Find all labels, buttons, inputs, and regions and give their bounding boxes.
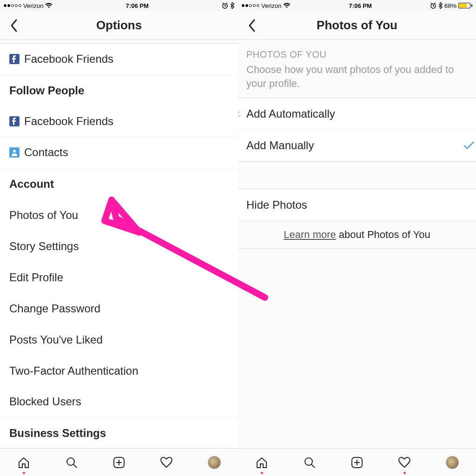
list-item-label: Facebook Friends	[24, 115, 113, 128]
search-icon	[303, 456, 316, 469]
contacts-icon	[9, 147, 24, 158]
list-item-posts-liked[interactable]: Posts You've Liked	[0, 324, 238, 355]
section-description-text: Choose how you want photos of you added …	[246, 63, 468, 90]
tab-bar	[0, 448, 476, 476]
status-time: 7:06 PM	[126, 2, 149, 9]
tab-add[interactable]	[333, 449, 381, 476]
option-label: Add Manually	[246, 139, 314, 152]
status-bar: Verizon 7:06 PM	[0, 0, 238, 11]
list-item-label: Story Settings	[9, 240, 79, 253]
plus-square-icon	[112, 456, 126, 469]
carrier-label: Verizon	[23, 2, 43, 9]
option-label: Hide Photos	[246, 198, 307, 212]
carrier-label: Verizon	[261, 2, 281, 9]
alarm-icon	[222, 2, 228, 9]
list-item-label: Edit Profile	[9, 271, 63, 284]
facebook-icon	[9, 116, 24, 126]
section-label: Account	[9, 178, 54, 191]
section-account: Account	[0, 168, 238, 199]
edge-artifact-text: ∠	[238, 110, 241, 118]
section-follow-people: Follow People	[0, 75, 238, 106]
search-icon	[65, 456, 78, 469]
options-screen: Verizon 7:06 PM Options	[0, 0, 238, 476]
list-item-label: Photos of You	[9, 209, 78, 222]
option-add-automatically[interactable]: ∠ Add Automatically	[238, 98, 476, 130]
status-bar: Verizon 7:06 PM 68%	[238, 0, 476, 11]
page-title: Photos of You	[238, 18, 476, 33]
list-item-label: Two-Factor Authentication	[9, 364, 138, 377]
home-icon	[17, 456, 30, 469]
list-item-change-password[interactable]: Change Password	[0, 293, 238, 324]
partial-row-top	[0, 40, 238, 44]
chevron-left-icon	[248, 19, 256, 33]
option-hide-photos[interactable]: Hide Photos	[238, 189, 476, 221]
notification-dot	[403, 472, 406, 474]
photos-content: PHOTOS OF YOU Choose how you want photos…	[238, 40, 476, 476]
checkmark-icon	[464, 130, 474, 161]
option-add-manually[interactable]: Add Manually	[238, 130, 476, 161]
list-item-story-settings[interactable]: Story Settings	[0, 231, 238, 262]
list-item-label: Posts You've Liked	[9, 333, 103, 346]
list-item-label: Blocked Users	[9, 395, 81, 408]
wifi-icon	[45, 3, 53, 8]
empty-fill	[238, 249, 476, 476]
back-button[interactable]	[242, 11, 262, 40]
options-list[interactable]: Facebook Friends Follow People Facebook …	[0, 44, 238, 476]
svg-point-8	[305, 458, 312, 465]
bluetooth-icon	[438, 2, 443, 9]
tab-activity[interactable]	[143, 449, 190, 476]
section-subheader: PHOTOS OF YOU	[246, 49, 468, 60]
plus-square-icon	[350, 456, 364, 469]
list-item-two-factor[interactable]: Two-Factor Authentication	[0, 355, 238, 386]
tab-home[interactable]	[238, 449, 285, 476]
tab-home[interactable]	[0, 449, 47, 476]
alarm-icon	[430, 2, 436, 9]
battery-percent: 68%	[444, 2, 456, 9]
list-item-edit-profile[interactable]: Edit Profile	[0, 262, 238, 293]
page-title: Options	[0, 18, 238, 33]
section-label: Business Settings	[9, 427, 106, 440]
list-item-blocked-users[interactable]: Blocked Users	[0, 386, 238, 417]
signal-dots-icon	[242, 4, 259, 7]
tab-profile[interactable]	[191, 449, 238, 476]
list-item-contacts[interactable]: Contacts	[0, 137, 238, 168]
learn-more-row: Learn more about Photos of You	[238, 221, 476, 249]
signal-dots-icon	[4, 4, 21, 7]
svg-point-4	[13, 150, 16, 152]
avatar	[446, 456, 459, 469]
battery-icon	[458, 3, 472, 8]
learn-more-link[interactable]: Learn more	[284, 229, 336, 241]
bluetooth-icon	[230, 2, 234, 9]
wifi-icon	[283, 3, 291, 8]
learn-more-text: about Photos of You	[339, 229, 430, 241]
list-item-photos-of-you[interactable]: Photos of You	[0, 199, 238, 231]
tab-search[interactable]	[47, 449, 95, 476]
list-item-label: Change Password	[9, 302, 100, 315]
facebook-icon	[9, 54, 24, 64]
nav-header: Options	[0, 11, 238, 40]
option-label: Add Automatically	[246, 107, 335, 120]
tab-add[interactable]	[95, 449, 143, 476]
back-button[interactable]	[4, 11, 24, 40]
list-item-facebook-friends[interactable]: Facebook Friends	[0, 44, 238, 75]
list-item-label: Facebook Friends	[24, 53, 113, 66]
section-label: Follow People	[9, 84, 84, 97]
list-item-facebook-friends-2[interactable]: Facebook Friends	[0, 106, 238, 137]
tab-activity[interactable]	[381, 449, 428, 476]
tab-search[interactable]	[285, 449, 333, 476]
tab-profile[interactable]	[429, 449, 476, 476]
avatar	[208, 456, 221, 469]
list-item-label: Contacts	[24, 146, 68, 159]
nav-header: Photos of You	[238, 11, 476, 40]
section-description: PHOTOS OF YOU Choose how you want photos…	[238, 40, 476, 98]
heart-icon	[398, 456, 411, 469]
section-business-settings: Business Settings	[0, 417, 238, 449]
home-icon	[255, 456, 268, 469]
notification-dot	[23, 472, 25, 474]
svg-point-6	[67, 458, 74, 465]
status-time: 7:06 PM	[349, 2, 372, 9]
photos-of-you-screen: Verizon 7:06 PM 68%	[238, 0, 476, 476]
heart-icon	[160, 456, 173, 469]
section-gap	[238, 161, 476, 189]
chevron-left-icon	[10, 19, 18, 33]
